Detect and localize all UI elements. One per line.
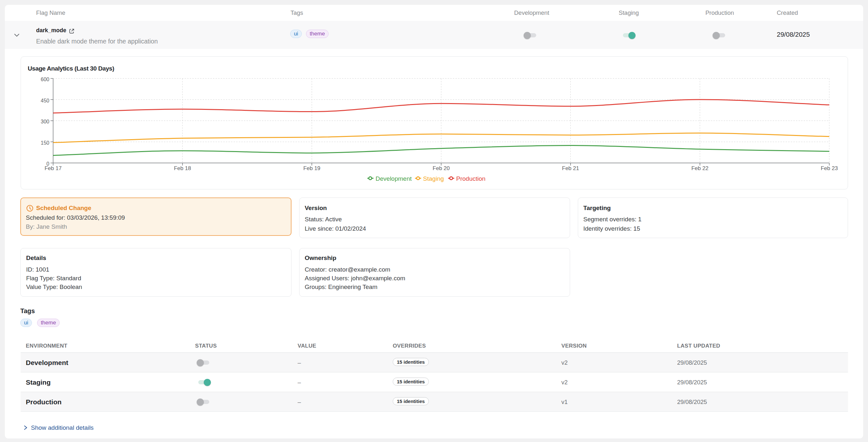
svg-text:Feb 20: Feb 20 [433,165,450,171]
svg-text:450: 450 [41,98,49,103]
svg-text:600: 600 [41,77,49,82]
svg-text:Feb 17: Feb 17 [44,165,62,171]
svg-text:Feb 21: Feb 21 [562,165,579,171]
svg-text:300: 300 [41,119,49,124]
svg-text:Feb 22: Feb 22 [691,165,708,171]
svg-text:Production: Production [456,175,486,182]
svg-text:Staging: Staging [423,175,444,182]
svg-text:Feb 19: Feb 19 [303,165,320,171]
svg-text:Development: Development [376,175,412,182]
svg-text:Feb 18: Feb 18 [174,165,191,171]
svg-text:Feb 23: Feb 23 [820,165,838,171]
svg-text:150: 150 [41,140,49,146]
